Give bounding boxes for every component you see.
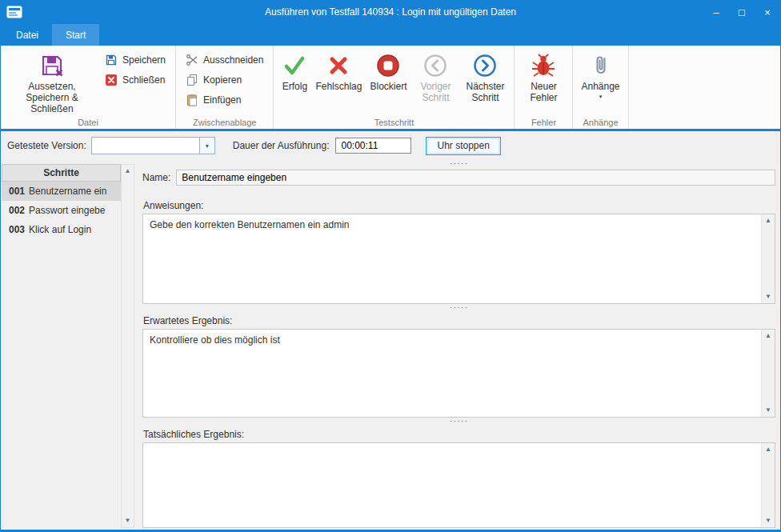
arrow-left-circle-icon bbox=[423, 53, 448, 78]
instructions-textarea[interactable]: Gebe den korrekten Benutzernamen ein adm… bbox=[143, 214, 761, 303]
tested-version-label: Getestete Version: bbox=[7, 140, 86, 151]
tab-datei[interactable]: Datei bbox=[2, 24, 52, 46]
step-label: Klick auf Login bbox=[29, 224, 91, 235]
ribbon-tab-row: Datei Start bbox=[1, 24, 780, 46]
ribbon-group-attachments: Anhänge ▾ Anhänge bbox=[573, 46, 628, 129]
steps-list: Schritte 001 Benutzername ein 002 Passwo… bbox=[2, 164, 121, 528]
scroll-down-icon[interactable]: ▼ bbox=[765, 290, 771, 303]
app-window: Ausführen von Testfall 140934 : Login mi… bbox=[0, 0, 781, 532]
close-label: Schließen bbox=[122, 74, 165, 86]
combo-dropdown-icon[interactable]: ▾ bbox=[199, 138, 214, 154]
actual-result-label: Tatsächliches Ergebnis: bbox=[143, 429, 775, 440]
group-label-clipboard: Zwischenablage bbox=[176, 118, 273, 127]
content-area: Schritte 001 Benutzername ein 002 Passwo… bbox=[1, 160, 780, 530]
next-step-label: Nächster Schritt bbox=[464, 81, 506, 103]
red-x-icon bbox=[326, 53, 351, 78]
scroll-down-icon[interactable]: ▼ bbox=[765, 514, 771, 527]
step-number: 001 bbox=[9, 186, 25, 197]
bug-icon bbox=[531, 53, 556, 78]
actual-result-textarea[interactable] bbox=[143, 443, 761, 527]
pass-label: Erfolg bbox=[282, 81, 307, 92]
scroll-up-icon[interactable]: ▲ bbox=[765, 443, 771, 456]
scroll-down-icon[interactable]: ▼ bbox=[765, 404, 771, 417]
close-red-icon bbox=[105, 74, 118, 86]
titlebar: Ausführen von Testfall 140934 : Login mi… bbox=[1, 0, 780, 24]
paperclip-icon bbox=[588, 53, 614, 78]
suspend-save-close-button[interactable]: Aussetzen, Speichern & Schließen bbox=[5, 50, 99, 118]
attachments-button[interactable]: Anhänge ▾ bbox=[577, 50, 623, 103]
splitter-handle-top[interactable]: ····· bbox=[142, 160, 775, 169]
scroll-up-icon[interactable]: ▲ bbox=[125, 165, 131, 178]
step-item-001[interactable]: 001 Benutzername ein bbox=[2, 182, 121, 201]
paste-button[interactable]: Einfügen bbox=[180, 90, 269, 110]
attachments-dropdown-caret[interactable]: ▾ bbox=[599, 94, 603, 100]
copy-label: Kopieren bbox=[203, 74, 242, 86]
minimize-icon[interactable]: – bbox=[703, 0, 729, 24]
app-icon bbox=[6, 6, 22, 18]
splitter-handle-bottom[interactable]: ····· bbox=[142, 418, 775, 426]
pass-button[interactable]: Erfolg bbox=[278, 50, 311, 95]
maximize-icon[interactable]: □ bbox=[729, 0, 755, 24]
fail-label: Fehlschlag bbox=[315, 81, 362, 92]
new-error-button[interactable]: Neuer Fehler bbox=[519, 50, 568, 106]
attachments-label: Anhänge bbox=[581, 81, 619, 92]
scroll-up-icon[interactable]: ▲ bbox=[765, 330, 771, 342]
duration-input[interactable] bbox=[335, 138, 411, 154]
stop-circle-icon bbox=[375, 53, 401, 78]
copy-button[interactable]: Kopieren bbox=[180, 70, 269, 90]
step-item-002[interactable]: 002 Passwort eingebe bbox=[2, 201, 121, 220]
group-label-attachments: Anhänge bbox=[573, 118, 627, 127]
scissors-icon bbox=[186, 54, 198, 66]
save-icon bbox=[105, 54, 118, 66]
expected-scrollbar[interactable]: ▲ ▼ bbox=[761, 330, 775, 417]
steps-scrollbar[interactable]: ▲ ▼ bbox=[121, 164, 134, 528]
new-error-label: Neuer Fehler bbox=[523, 81, 564, 103]
group-label-teststep: Testschritt bbox=[274, 118, 514, 127]
ribbon-group-clipboard: Ausschneiden Kopieren Einfügen Zwischena… bbox=[176, 46, 274, 129]
instructions-label: Anweisungen: bbox=[143, 200, 775, 211]
toolbar-row: Getestete Version: ▾ Dauer der Ausführun… bbox=[1, 131, 780, 160]
scroll-up-icon[interactable]: ▲ bbox=[765, 214, 771, 227]
splitter-handle-middle[interactable]: ····· bbox=[142, 304, 775, 313]
blocked-button[interactable]: Blockiert bbox=[366, 50, 411, 95]
stop-clock-button[interactable]: Uhr stoppen bbox=[426, 137, 500, 155]
previous-step-label: Voriger Schritt bbox=[415, 81, 456, 103]
window-controls: – □ × bbox=[703, 0, 780, 24]
cut-label: Ausschneiden bbox=[203, 54, 263, 66]
instructions-scrollbar[interactable]: ▲ ▼ bbox=[761, 214, 775, 303]
ribbon-group-error: Neuer Fehler Fehler bbox=[515, 46, 573, 129]
tab-start[interactable]: Start bbox=[52, 24, 99, 46]
next-step-button[interactable]: Nächster Schritt bbox=[460, 50, 510, 106]
step-number: 002 bbox=[9, 205, 25, 216]
suspend-save-icon bbox=[39, 53, 65, 78]
arrow-right-circle-icon bbox=[472, 53, 498, 78]
close-icon[interactable]: × bbox=[755, 0, 780, 24]
close-button[interactable]: Schließen bbox=[99, 70, 171, 90]
actual-scrollbar[interactable]: ▲ ▼ bbox=[761, 443, 775, 527]
name-label: Name: bbox=[142, 172, 170, 183]
steps-header: Schritte bbox=[2, 164, 121, 182]
step-item-003[interactable]: 003 Klick auf Login bbox=[2, 220, 121, 239]
step-label: Benutzername ein bbox=[29, 186, 106, 197]
clipboard-buttons: Ausschneiden Kopieren Einfügen bbox=[180, 50, 269, 110]
save-label: Speichern bbox=[122, 54, 166, 66]
name-row: Name: bbox=[142, 170, 775, 186]
blocked-label: Blockiert bbox=[370, 81, 407, 92]
paste-label: Einfügen bbox=[203, 94, 241, 106]
ribbon: Aussetzen, Speichern & Schließen Speiche… bbox=[1, 46, 780, 129]
scroll-down-icon[interactable]: ▼ bbox=[125, 514, 131, 527]
fail-button[interactable]: Fehlschlag bbox=[311, 50, 366, 95]
save-button[interactable]: Speichern bbox=[99, 50, 171, 70]
copy-icon bbox=[186, 74, 198, 86]
datei-small-buttons: Speichern Schließen bbox=[99, 50, 171, 90]
group-label-datei: Datei bbox=[1, 118, 175, 127]
previous-step-button[interactable]: Voriger Schritt bbox=[411, 50, 460, 106]
cut-button[interactable]: Ausschneiden bbox=[180, 50, 269, 70]
tested-version-combo[interactable]: ▾ bbox=[91, 137, 215, 154]
duration-label: Dauer der Ausführung: bbox=[233, 140, 330, 151]
name-input[interactable] bbox=[176, 170, 775, 186]
checkmark-icon bbox=[282, 53, 307, 78]
paste-icon bbox=[186, 94, 198, 106]
step-detail-form: ····· Name: Anweisungen: Gebe den korrek… bbox=[142, 160, 775, 528]
expected-result-textarea[interactable]: Kontrolliere ob dies möglich ist bbox=[143, 330, 761, 417]
